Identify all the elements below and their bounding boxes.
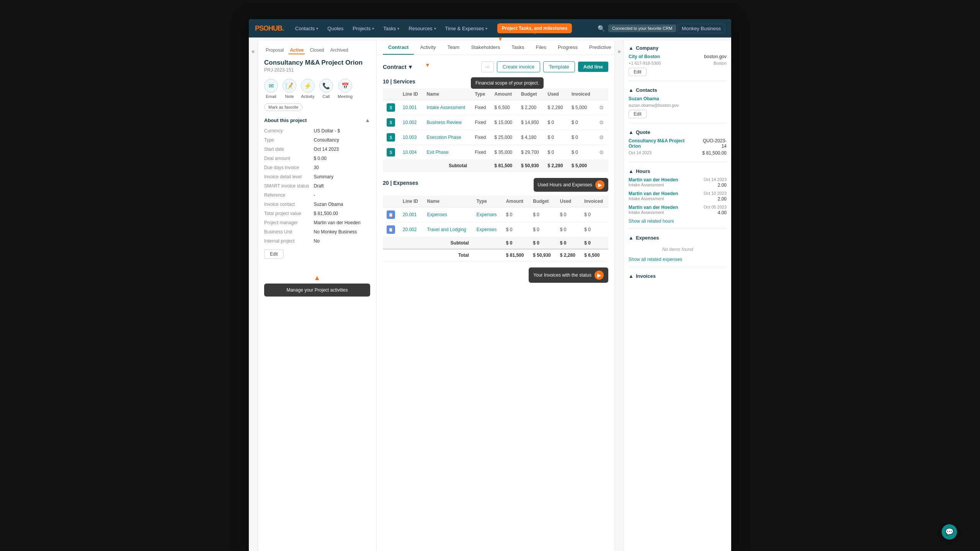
mark-as-favorite-button[interactable]: Mark as favorite: [264, 103, 302, 111]
service-name[interactable]: Exit Phase: [423, 145, 471, 160]
service-used: $ 0: [544, 130, 568, 145]
collapse-left-button[interactable]: «: [249, 41, 258, 551]
services-table: Line ID Name Type Amount Budget Used Inv…: [383, 88, 608, 172]
service-options-button[interactable]: ⚙: [599, 119, 604, 126]
nav-quotes[interactable]: Quotes: [323, 24, 347, 33]
nav-contacts[interactable]: Contacts ▾: [291, 24, 322, 33]
meeting-button[interactable]: 📅 Meeting: [338, 79, 353, 99]
currency-value: US Dollar - $: [314, 127, 370, 135]
company-section-title[interactable]: ▲ Company: [629, 45, 727, 51]
tab-tasks[interactable]: Tasks: [506, 41, 529, 55]
service-gear[interactable]: ⚙: [595, 130, 608, 145]
service-budget: $ 2,200: [517, 100, 544, 115]
business-unit-label: Business Unit: [264, 228, 309, 236]
service-used: $ 2,280: [544, 100, 568, 115]
about-collapse-button[interactable]: ▲: [365, 117, 370, 123]
exp-col-invoiced: Invoiced: [580, 196, 608, 207]
contract-title[interactable]: Contract ▾: [383, 64, 412, 70]
total-label: Total: [383, 249, 473, 261]
expenses-subtotal-spacer: [473, 237, 502, 249]
service-gear[interactable]: ⚙: [595, 115, 608, 130]
hours-person[interactable]: Martin van der Hoeden: [629, 177, 678, 183]
tab-files[interactable]: Files: [531, 41, 552, 55]
invoices-section-title[interactable]: ▲ Invoices: [629, 273, 727, 279]
service-icon-cell: $: [383, 145, 399, 160]
company-name[interactable]: City of Boston: [629, 54, 660, 59]
show-all-expenses-link[interactable]: Show all related expenses: [629, 257, 727, 262]
deal-amount-value: $ 0.00: [314, 155, 370, 162]
note-button[interactable]: 📝 Note: [283, 79, 296, 99]
start-date-label: Start date: [264, 145, 309, 153]
create-invoice-button[interactable]: Create invoice: [497, 61, 540, 72]
quote-section-title[interactable]: ▲ Quote: [629, 129, 727, 135]
service-name[interactable]: Intake Assessment: [423, 100, 471, 115]
service-gear[interactable]: ⚙: [595, 145, 608, 160]
tab-team[interactable]: Team: [442, 41, 465, 55]
template-button[interactable]: Template: [543, 61, 575, 72]
tab-activity[interactable]: Activity: [415, 41, 441, 55]
company-edit-button[interactable]: Edit: [629, 68, 647, 76]
service-line-id[interactable]: 10.001: [399, 100, 423, 115]
hours-detail-row: Intake Assessment 4.00: [629, 210, 727, 215]
nav-time-expenses[interactable]: Time & Expenses ▾: [441, 24, 491, 33]
col-invoiced: Invoiced: [568, 88, 595, 100]
left-sidebar: Proposal Active Closed Archived Consulta…: [258, 41, 377, 551]
about-edit-button[interactable]: Edit: [264, 249, 284, 259]
quote-name[interactable]: Consultancy M&A Project Orion: [629, 138, 698, 149]
more-options-button[interactable]: ···: [481, 61, 494, 72]
nav-projects[interactable]: Projects ▾: [349, 24, 378, 33]
service-line-id[interactable]: 10.004: [399, 145, 423, 160]
service-options-button[interactable]: ⚙: [599, 134, 604, 140]
contacts-edit-button[interactable]: Edit: [629, 110, 647, 118]
service-icon-cell: $: [383, 115, 399, 130]
service-options-button[interactable]: ⚙: [599, 104, 604, 111]
search-icon[interactable]: 🔍: [596, 23, 607, 34]
breadcrumb-archived[interactable]: Archived: [329, 47, 350, 54]
chat-bubble[interactable]: 💬: [942, 524, 957, 540]
collapse-right-button[interactable]: »: [615, 41, 624, 551]
hours-person[interactable]: Martin van der Hoeden: [629, 205, 678, 210]
tab-stakeholders[interactable]: Stakeholders: [466, 41, 505, 55]
service-icon-cell: $: [383, 100, 399, 115]
logo[interactable]: PSOHUB.: [255, 24, 284, 33]
contacts-section-title[interactable]: ▲ Contacts: [629, 87, 727, 93]
financial-scope-arrow: ▼: [425, 62, 430, 68]
monkey-business-button[interactable]: Monkey Business: [678, 24, 725, 33]
nav-tasks[interactable]: Tasks ▾: [379, 24, 403, 33]
show-all-hours-link[interactable]: Show all related hours: [629, 218, 727, 224]
breadcrumb-active[interactable]: Active: [288, 47, 305, 54]
expense-line-id[interactable]: 20.001: [399, 207, 423, 222]
expense-name[interactable]: Travel and Lodging: [423, 222, 472, 237]
invoice-expand-button[interactable]: ▶: [595, 271, 604, 280]
email-button[interactable]: ✉ Email: [264, 79, 278, 99]
breadcrumb-closed[interactable]: Closed: [308, 47, 325, 54]
expenses-expand-button[interactable]: ▶: [595, 180, 604, 189]
call-button[interactable]: 📞 Call: [319, 79, 333, 99]
hours-section-title[interactable]: ▲ Hours: [629, 168, 727, 174]
nav-project-tasks[interactable]: Project Tasks, and milestones: [497, 23, 572, 33]
service-line-id[interactable]: 10.002: [399, 115, 423, 130]
contact-name[interactable]: Suzan Obama: [629, 96, 659, 101]
col-actions: [595, 88, 608, 100]
quote-details-row: Oct 14 2023 $ 81,500.00: [629, 150, 727, 156]
tab-progress[interactable]: Progress: [552, 41, 583, 55]
expense-line-id[interactable]: 20.002: [399, 222, 423, 237]
call-label: Call: [323, 94, 330, 99]
nav-resources[interactable]: Resources ▾: [405, 24, 439, 33]
service-amount: $ 6,500: [491, 100, 517, 115]
hours-person[interactable]: Martin van der Hoeden: [629, 191, 678, 196]
service-name[interactable]: Execution Phase: [423, 130, 471, 145]
breadcrumb-proposal[interactable]: Proposal: [264, 47, 285, 54]
manage-activities-tooltip: Manage your Project activities: [264, 284, 370, 297]
expenses-rs-section-title[interactable]: ▲ Expenses: [629, 235, 727, 241]
service-gear[interactable]: ⚙: [595, 100, 608, 115]
service-icon: $: [387, 103, 395, 112]
tab-contract[interactable]: Contract: [383, 41, 414, 55]
add-line-button[interactable]: Add line: [578, 62, 608, 72]
service-line-id[interactable]: 10.003: [399, 130, 423, 145]
expense-name[interactable]: Expenses: [423, 207, 472, 222]
service-name[interactable]: Business Review: [423, 115, 471, 130]
activity-button[interactable]: ⚡ Activity: [301, 79, 315, 99]
tab-predictive[interactable]: Predictive: [584, 41, 615, 55]
service-options-button[interactable]: ⚙: [599, 149, 604, 155]
